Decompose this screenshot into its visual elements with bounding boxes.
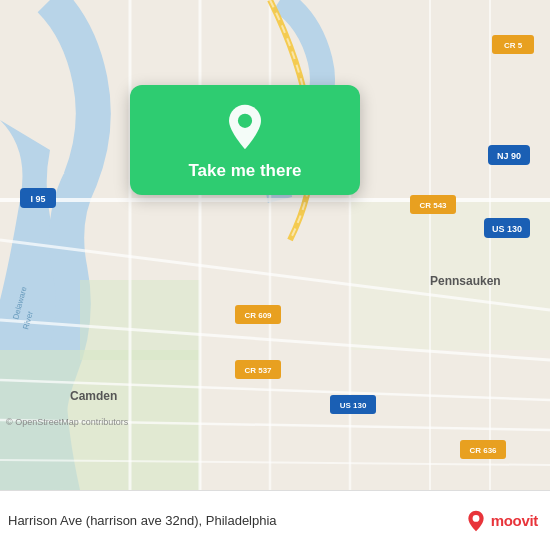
take-me-there-button[interactable]: Take me there <box>188 161 301 181</box>
svg-text:NJ 90: NJ 90 <box>497 151 521 161</box>
moovit-brand-label: moovit <box>491 512 538 529</box>
map-copyright: © OpenStreetMap contributors <box>6 417 128 427</box>
moovit-pin-icon <box>465 510 487 532</box>
svg-text:CR 609: CR 609 <box>244 311 272 320</box>
svg-text:CR 543: CR 543 <box>419 201 447 210</box>
svg-rect-2 <box>80 280 200 360</box>
svg-text:CR 5: CR 5 <box>504 41 523 50</box>
svg-text:I 95: I 95 <box>30 194 45 204</box>
location-name: Harrison Ave (harrison ave 32nd), Philad… <box>8 513 457 528</box>
moovit-logo: moovit <box>465 510 538 532</box>
location-pin-icon <box>221 103 269 151</box>
svg-text:Pennsauken: Pennsauken <box>430 274 501 288</box>
svg-point-38 <box>238 114 252 128</box>
svg-text:Camden: Camden <box>70 389 117 403</box>
svg-text:US 130: US 130 <box>340 401 367 410</box>
svg-text:CR 636: CR 636 <box>469 446 497 455</box>
svg-point-39 <box>472 515 479 522</box>
svg-text:US 130: US 130 <box>492 224 522 234</box>
map-container: I 95 NJ 90 US 130 CR 543 CR 609 CR 537 U… <box>0 0 550 490</box>
svg-text:CR 537: CR 537 <box>244 366 272 375</box>
bottom-bar: Harrison Ave (harrison ave 32nd), Philad… <box>0 490 550 550</box>
location-card[interactable]: Take me there <box>130 85 360 195</box>
